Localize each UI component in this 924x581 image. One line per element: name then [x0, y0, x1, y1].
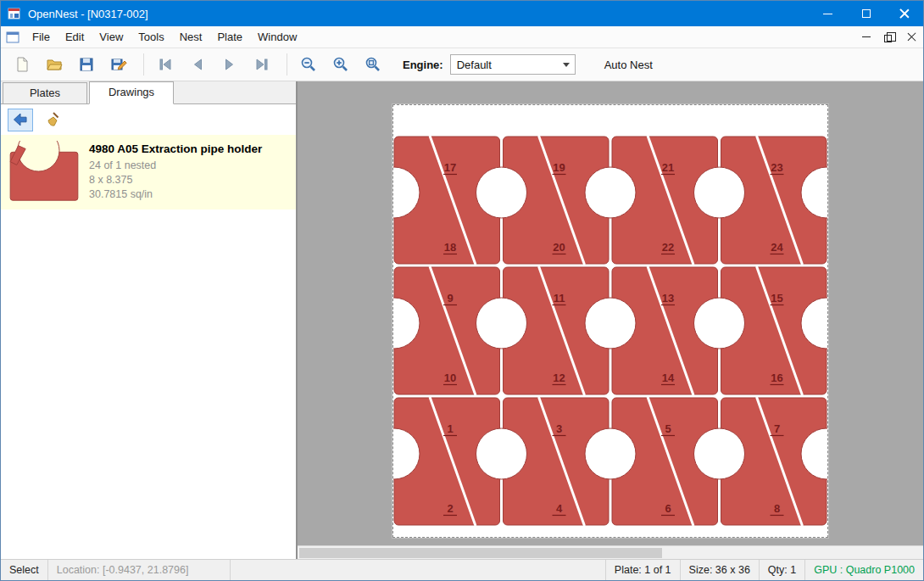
minimize-button[interactable] — [809, 1, 847, 26]
save-button[interactable] — [72, 51, 101, 78]
nest-canvas[interactable]: 171819202122232491011121314151612345678 — [298, 81, 923, 559]
zoom-out-button[interactable] — [294, 51, 323, 78]
menu-item-view[interactable]: View — [92, 27, 131, 47]
drawing-item-nested: 24 of 1 nested — [89, 159, 262, 173]
menu-items: FileEditViewToolsNestPlateWindow — [25, 27, 440, 47]
child-close-icon — [907, 32, 916, 42]
status-gpu: GPU : Quadro P1000 — [804, 560, 923, 580]
zoom-in-icon — [332, 56, 349, 73]
menu-bar: FileEditViewToolsNestPlateWindow — [1, 26, 923, 48]
zoom-out-icon — [300, 56, 317, 73]
new-button[interactable] — [8, 51, 36, 78]
part-label-22: 22 — [662, 241, 674, 254]
status-plate: Plate: 1 of 1 — [605, 560, 680, 580]
previous-arrow-icon — [189, 56, 206, 73]
horizontal-scrollbar[interactable] — [298, 545, 923, 559]
next-arrow-icon — [221, 56, 238, 73]
blue-arrow-left-icon — [12, 111, 29, 128]
app-window: OpenNest - [N0317-002] FileEditViewTools… — [0, 0, 924, 581]
close-icon — [899, 8, 910, 19]
part-label-6: 6 — [665, 502, 671, 515]
chevron-down-icon — [563, 63, 570, 67]
side-panel: Plates Drawings — [1, 81, 296, 559]
status-qty: Qty: 1 — [759, 560, 804, 580]
status-bar: Select Location: [-0.9437, 21.8796] Plat… — [1, 559, 923, 580]
part-label-10: 10 — [444, 372, 456, 384]
last-arrow-icon — [253, 56, 270, 73]
drawings-toolbar — [1, 104, 296, 135]
part-label-15: 15 — [771, 292, 782, 304]
child-restore-button[interactable] — [877, 28, 900, 47]
open-button[interactable] — [40, 51, 69, 78]
save-edit-icon — [110, 56, 127, 73]
part-label-23: 23 — [771, 161, 782, 174]
minimize-icon — [823, 14, 832, 14]
drawing-item-area: 30.7815 sq/in — [89, 187, 262, 202]
menu-item-window[interactable]: Window — [250, 27, 304, 47]
drawing-item-dimensions: 8 x 8.375 — [89, 173, 262, 187]
part-label-4: 4 — [556, 502, 563, 515]
plate[interactable]: 171819202122232491011121314151612345678 — [392, 104, 828, 538]
window-title: OpenNest - [N0317-002] — [28, 8, 809, 20]
status-size: Size: 36 x 36 — [680, 560, 759, 580]
auto-nest-button[interactable]: Auto Nest — [598, 55, 660, 75]
child-minimize-button[interactable] — [854, 28, 877, 47]
drawing-item-text: 4980 A05 Extraction pipe holder 24 of 1 … — [89, 141, 262, 204]
panel-tabstrip: Plates Drawings — [1, 81, 296, 104]
broom-icon — [44, 111, 61, 128]
part-label-2: 2 — [447, 502, 453, 515]
part-label-21: 21 — [662, 161, 674, 174]
status-location: Location: [-0.9437, 21.8796] — [48, 560, 231, 580]
menu-item-tools[interactable]: Tools — [131, 27, 171, 47]
menu-item-plate[interactable]: Plate — [209, 27, 250, 47]
drawing-list-item[interactable]: 4980 A05 Extraction pipe holder 24 of 1 … — [1, 135, 296, 209]
drawing-item-title: 4980 A05 Extraction pipe holder — [89, 142, 262, 155]
part-label-12: 12 — [553, 372, 565, 384]
part-label-9: 9 — [447, 292, 453, 304]
close-button[interactable] — [885, 1, 923, 26]
first-plate-button[interactable] — [151, 51, 180, 78]
previous-plate-button[interactable] — [183, 51, 212, 78]
tab-plates[interactable]: Plates — [3, 82, 87, 103]
child-close-button[interactable] — [900, 28, 923, 47]
part-label-7: 7 — [774, 422, 780, 435]
toolbar-separator — [287, 53, 287, 75]
zoom-fit-button[interactable] — [359, 51, 387, 78]
tab-drawings[interactable]: Drawings — [89, 81, 174, 104]
part-label-20: 20 — [553, 241, 565, 254]
clear-drawings-button[interactable] — [40, 109, 65, 131]
part-label-11: 11 — [554, 292, 565, 304]
last-plate-button[interactable] — [248, 51, 276, 78]
status-mode: Select — [1, 560, 48, 580]
zoom-fit-icon — [365, 56, 381, 73]
next-plate-button[interactable] — [215, 51, 244, 78]
first-arrow-icon — [157, 56, 174, 73]
part-thumbnail — [8, 141, 81, 204]
engine-label: Engine: — [403, 59, 443, 71]
part-label-19: 19 — [553, 161, 565, 174]
part-label-24: 24 — [771, 241, 783, 254]
import-drawing-button[interactable] — [8, 109, 33, 131]
scrollbar-thumb[interactable] — [299, 548, 662, 558]
menu-item-file[interactable]: File — [25, 27, 58, 47]
part-label-17: 17 — [444, 161, 456, 174]
engine-select[interactable]: Default — [450, 54, 576, 75]
part-label-18: 18 — [444, 241, 456, 254]
plate-svg[interactable]: 171819202122232491011121314151612345678 — [393, 105, 827, 537]
child-minimize-icon — [862, 36, 871, 37]
title-bar: OpenNest - [N0317-002] — [1, 1, 923, 26]
part-label-3: 3 — [556, 422, 562, 435]
toolbar-separator — [143, 53, 144, 75]
new-document-icon — [14, 56, 31, 73]
app-icon — [8, 7, 21, 20]
zoom-in-button[interactable] — [326, 51, 355, 78]
menu-item-edit[interactable]: Edit — [58, 27, 92, 47]
maximize-button[interactable] — [847, 1, 885, 26]
part-label-14: 14 — [662, 372, 675, 384]
status-spacer — [231, 560, 605, 580]
menu-item-nest[interactable]: Nest — [172, 27, 210, 47]
engine-value: Default — [457, 59, 492, 71]
save-as-button[interactable] — [104, 51, 133, 78]
part-label-8: 8 — [774, 502, 780, 515]
main-area: Plates Drawings — [1, 81, 923, 559]
